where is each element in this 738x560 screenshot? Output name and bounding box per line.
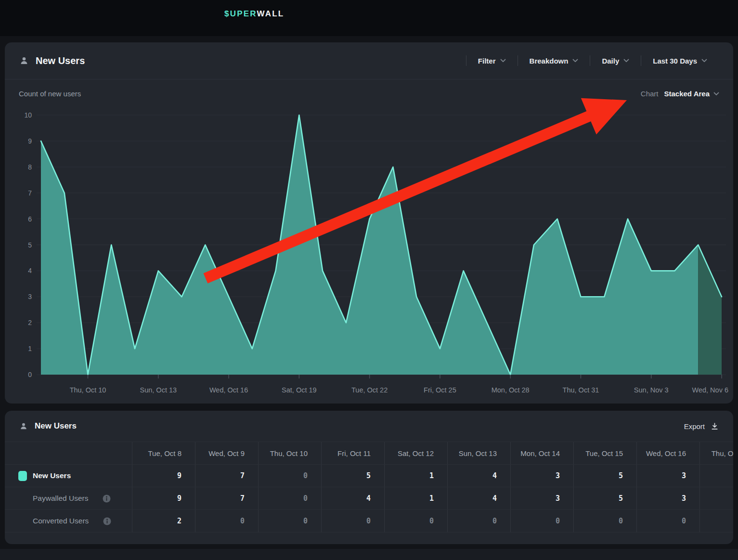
export-label: Export [684, 422, 705, 430]
chart-type-value: Stacked Area [664, 90, 710, 98]
column-header: Thu, Oct 17 [699, 442, 733, 464]
x-axis-label: Sun, Nov 3 [634, 386, 669, 394]
control-label: Daily [602, 57, 619, 65]
table-panel-header: New Users Export [5, 411, 733, 442]
table-row: New Users970514353 [5, 465, 733, 487]
table-value-cell: 4 [447, 487, 510, 509]
new-users-chart-panel: 012345678910Thu, Oct 10Sun, Oct 13Wed, O… [5, 42, 733, 404]
top-bar: $UPERWALL [0, 0, 738, 36]
person-icon [19, 422, 28, 430]
superwall-logo: $UPERWALL [224, 9, 284, 19]
annotation-arrow-head [581, 98, 627, 135]
x-axis-label: Wed, Oct 16 [209, 386, 248, 394]
info-icon[interactable] [103, 517, 111, 525]
logo-rest: WALL [257, 9, 284, 18]
table-value-cell: 7 [195, 465, 258, 487]
legend-swatch [18, 471, 27, 481]
row-label-paywalled-users: Paywalled Users [5, 494, 111, 503]
table-value-cell: 0 [258, 465, 321, 487]
y-axis-label: 0 [28, 371, 32, 378]
row-label-cell: New Users [5, 465, 132, 487]
control-daily[interactable]: Daily [590, 57, 641, 65]
chart-panel-header: New Users FilterBreakdownDailyLast 30 Da… [5, 42, 733, 79]
row-label-text: Paywalled Users [33, 494, 88, 503]
x-axis-label: Thu, Oct 10 [70, 386, 106, 394]
column-header: Sat, Oct 12 [384, 442, 447, 464]
table-value-cell: 0 [510, 510, 573, 532]
chart-subtitle: Count of new users [19, 90, 81, 98]
y-axis-label: 9 [28, 137, 32, 145]
x-axis-label: Sat, Oct 19 [282, 386, 317, 394]
table-value-cell: 2 [132, 510, 195, 532]
y-axis-label: 5 [28, 241, 32, 249]
row-label-text: Converted Users [33, 517, 89, 525]
table-header-row: Tue, Oct 8Wed, Oct 9Thu, Oct 10Fri, Oct … [5, 442, 733, 465]
chart-controls: FilterBreakdownDailyLast 30 Days [466, 55, 719, 66]
y-axis-label: 4 [28, 267, 32, 274]
table-value-cell: 0 [447, 510, 510, 532]
row-label-cell: Paywalled Users [5, 487, 132, 509]
table-row: Converted Users200000000 [5, 510, 733, 533]
table-value-cell: 4 [321, 487, 384, 509]
new-users-table-panel: New Users Export Tue, Oct 8Wed, Oct 9Thu… [5, 411, 733, 544]
table-value-cell [699, 465, 733, 487]
x-axis-label: Tue, Oct 22 [351, 386, 388, 394]
y-axis-label: 3 [28, 293, 32, 300]
x-axis-label: Wed, Nov 6 [692, 386, 729, 394]
control-label: Last 30 Days [653, 57, 697, 65]
download-icon [711, 422, 719, 430]
new-users-area-chart: 012345678910Thu, Oct 10Sun, Oct 13Wed, O… [5, 42, 733, 404]
chart-subtitle-row: Count of new users Chart Stacked Area [5, 79, 733, 98]
table-value-cell: 0 [636, 510, 699, 532]
chevron-down-icon [701, 59, 707, 63]
column-header: Mon, Oct 14 [510, 442, 573, 464]
control-label: Breakdown [530, 57, 569, 65]
control-last-30-days[interactable]: Last 30 Days [641, 57, 719, 65]
table-value-cell [699, 487, 733, 509]
row-label-converted-users: Converted Users [5, 517, 111, 525]
table-value-cell: 0 [384, 510, 447, 532]
area-fill-muted [698, 245, 722, 375]
control-breakdown[interactable]: Breakdown [518, 57, 590, 65]
export-button[interactable]: Export [684, 422, 719, 430]
x-axis-label: Thu, Oct 31 [563, 386, 599, 394]
column-header: Sun, Oct 13 [447, 442, 510, 464]
area-line [41, 115, 722, 375]
control-filter[interactable]: Filter [466, 57, 518, 65]
chevron-down-icon [500, 59, 506, 63]
y-axis-label: 10 [24, 111, 32, 119]
chevron-down-icon [572, 59, 578, 63]
area-fill [41, 115, 698, 375]
table-value-cell: 7 [195, 487, 258, 509]
table-value-cell: 0 [195, 510, 258, 532]
column-header: Tue, Oct 8 [132, 442, 195, 464]
chart-type-select[interactable]: Chart Stacked Area [641, 90, 719, 98]
column-header: Thu, Oct 10 [258, 442, 321, 464]
table-value-cell: 9 [132, 465, 195, 487]
table-value-cell: 3 [510, 487, 573, 509]
annotation-arrow-shaft [206, 111, 601, 278]
row-label-text: New Users [33, 471, 71, 480]
bottom-strip [0, 549, 738, 560]
chevron-down-icon [623, 59, 629, 63]
row-label-cell: Converted Users [5, 510, 132, 532]
logo-accent: $UPER [224, 9, 257, 18]
info-icon[interactable] [103, 495, 111, 503]
y-axis-label: 1 [28, 345, 32, 352]
chart-panel-title: New Users [36, 55, 85, 66]
new-users-data-table: Tue, Oct 8Wed, Oct 9Thu, Oct 10Fri, Oct … [5, 442, 733, 533]
column-header: Tue, Oct 15 [573, 442, 636, 464]
y-axis-label: 7 [28, 189, 32, 197]
chevron-down-icon [713, 92, 719, 96]
row-label-new-users: New Users [33, 471, 71, 480]
table-value-cell: 1 [384, 487, 447, 509]
table-corner-cell [5, 442, 132, 464]
table-value-cell: 0 [321, 510, 384, 532]
table-value-cell: 1 [384, 465, 447, 487]
table-value-cell [699, 510, 733, 532]
y-axis-label: 2 [28, 319, 32, 326]
table-value-cell: 0 [258, 487, 321, 509]
table-row: Paywalled Users970414353 [5, 487, 733, 510]
table-value-cell: 3 [510, 465, 573, 487]
x-axis-label: Mon, Oct 28 [492, 386, 530, 394]
